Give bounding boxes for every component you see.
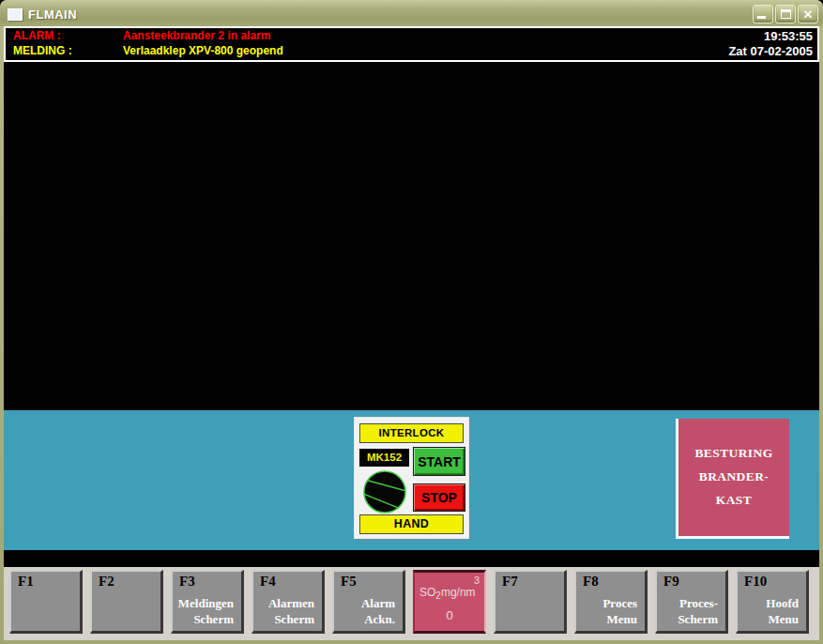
fkey-label: F9: [663, 574, 679, 590]
fkey-f9-proces-scherm[interactable]: F9 Proces-Scherm: [655, 570, 728, 634]
fkey-subtitle: AlarmenScherm: [268, 595, 314, 627]
window-icon: [8, 8, 23, 21]
fkey-label: F2: [99, 574, 114, 590]
fkey-subtitle: MeldingenScherm: [178, 595, 234, 627]
fkey-f4-alarmen-scherm[interactable]: F4 AlarmenScherm: [251, 570, 325, 634]
close-icon: ✕: [799, 7, 817, 23]
fkey-label: F1: [18, 574, 34, 590]
fkey-label: F7: [502, 574, 518, 590]
window-controls: ✕: [753, 5, 818, 23]
fkey-f1[interactable]: F1: [9, 570, 83, 634]
fkey-label: F8: [583, 574, 599, 590]
fkey-f3-meldingen-scherm[interactable]: F3 MeldingenScherm: [171, 570, 244, 634]
minimize-button[interactable]: [753, 5, 773, 23]
fkey-subtitle: HoofdMenu: [766, 595, 799, 627]
fkey-label: F5: [341, 574, 357, 590]
besturing-line-2: BRANDER-: [678, 465, 789, 488]
melding-row: MELDING : Verlaadklep XPV-800 geopend Za…: [6, 44, 817, 59]
so2-value: 0: [415, 608, 484, 622]
clock-date: Zat 07-02-2005: [728, 44, 813, 58]
window-title: FLMAIN: [28, 8, 753, 22]
besturing-line-3: KAST: [678, 488, 789, 512]
fkey-f5-alarm-ackn[interactable]: F5 AlarmAckn.: [332, 570, 405, 634]
separator-strip: [4, 550, 819, 567]
alarm-message: Aansteekbrander 2 in alarm: [123, 29, 270, 42]
fkey-label: F3: [179, 574, 195, 590]
alarm-label: ALARM :: [13, 29, 61, 42]
fkey-f2[interactable]: F2: [90, 570, 163, 634]
start-button[interactable]: START: [413, 447, 465, 476]
hand-indicator: HAND: [359, 514, 464, 534]
client-area: ALARM : Aansteekbrander 2 in alarm 19:53…: [4, 26, 819, 640]
fkey-f8-proces-menu[interactable]: F8 ProcesMenu: [574, 570, 648, 634]
close-button[interactable]: ✕: [798, 5, 818, 23]
fkey-f7[interactable]: F7: [494, 570, 567, 634]
maximize-icon: [781, 9, 791, 19]
so2-unit-label: SO2mg/nm: [419, 586, 476, 601]
fkey-label: F4: [260, 574, 276, 590]
so2-exponent: 3: [474, 575, 480, 586]
flmain-window: FLMAIN ✕ ALARM : Aansteekbrander 2 in al…: [0, 0, 823, 644]
fkey-subtitle: Proces-Scherm: [678, 595, 718, 627]
melding-label: MELDING :: [13, 44, 72, 57]
mk152-control-panel: INTERLOCK MK152 START STOP HAND: [354, 417, 469, 539]
maximize-button[interactable]: [775, 5, 796, 23]
titlebar[interactable]: FLMAIN ✕: [0, 0, 823, 26]
valve-circle-icon: [362, 469, 407, 514]
function-key-bar: F1 F2 F3 MeldingenScherm F4: [4, 567, 819, 640]
besturing-branderkast-box[interactable]: BESTURING BRANDER- KAST: [676, 419, 789, 539]
fkey-subtitle: ProcesMenu: [602, 595, 637, 627]
besturing-line-1: BESTURING: [678, 441, 789, 465]
mk152-tag-label: MK152: [359, 449, 409, 467]
so2-display[interactable]: SO2mg/nm 3 0: [413, 570, 486, 634]
control-band: INTERLOCK MK152 START STOP HAND: [4, 410, 819, 550]
melding-message: Verlaadklep XPV-800 geopend: [123, 44, 283, 57]
fkey-label: F10: [744, 574, 767, 590]
fkey-f10-hoofd-menu[interactable]: F10 HoofdMenu: [736, 570, 809, 634]
fkey-subtitle: AlarmAckn.: [361, 595, 395, 627]
interlock-indicator: INTERLOCK: [359, 423, 464, 443]
main-display-area: [4, 62, 819, 410]
alarm-banner: ALARM : Aansteekbrander 2 in alarm 19:53…: [4, 26, 819, 62]
clock-time: 19:53:55: [764, 29, 813, 43]
minimize-icon: [757, 16, 766, 19]
stop-button[interactable]: STOP: [413, 483, 465, 512]
alarm-row: ALARM : Aansteekbrander 2 in alarm 19:53…: [6, 29, 817, 44]
